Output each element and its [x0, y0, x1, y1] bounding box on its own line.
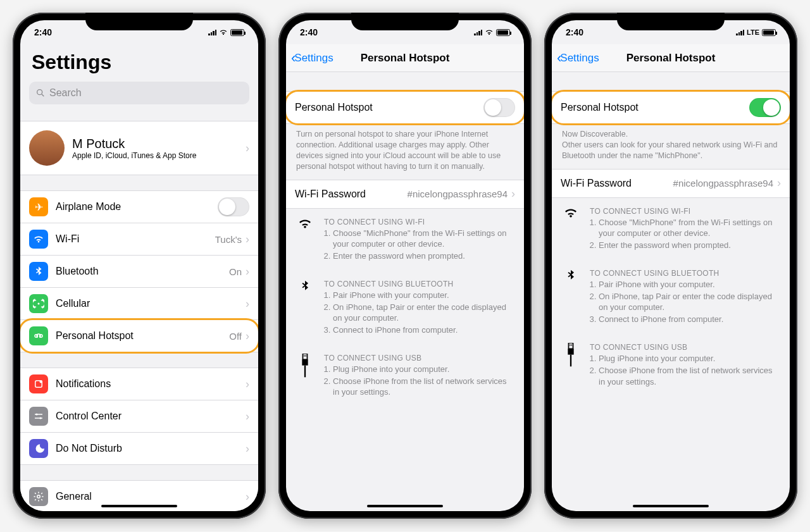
wifi-icon [562, 207, 580, 252]
wifi-password-row[interactable]: Wi-Fi Password #nicelongpassphrase94 › [552, 170, 790, 197]
phone-frame-1: 2:40 Settings Search M Potuck Apple ID, … [13, 13, 266, 519]
screen-hotspot-on: 2:40 LTE ‹Settings Personal Hotspot Pers… [552, 20, 790, 511]
apple-id-row[interactable]: M Potuck Apple ID, iCloud, iTunes & App … [20, 121, 258, 175]
home-indicator[interactable] [101, 505, 177, 507]
hotspot-switch[interactable] [749, 98, 781, 117]
svg-rect-15 [302, 360, 308, 366]
back-button[interactable]: ‹Settings [552, 50, 599, 66]
hotspot-toggle-row[interactable]: Personal Hotspot [552, 92, 790, 123]
status-time: 2:40 [566, 27, 583, 37]
search-icon [35, 88, 46, 98]
lte-label: LTE [747, 28, 759, 36]
phone-frame-2: 2:40 ‹Settings Personal Hotspot Personal… [278, 13, 532, 519]
chevron-right-icon: › [777, 176, 781, 190]
hotspot-hint: Turn on personal hotspot to share your i… [286, 124, 524, 180]
signal-icon [474, 29, 482, 35]
avatar [29, 130, 65, 166]
chevron-right-icon: › [246, 410, 249, 423]
bluetooth-icon [296, 280, 314, 336]
control-center-icon [29, 407, 48, 426]
home-indicator[interactable] [633, 505, 709, 507]
svg-rect-12 [303, 354, 308, 359]
discoverable-hint: Now Discoverable. Other users can look f… [552, 124, 790, 169]
nav-bar: ‹Settings Personal Hotspot [552, 44, 790, 72]
chevron-right-icon: › [246, 378, 249, 391]
status-bar: 2:40 [286, 20, 524, 44]
cellular-row[interactable]: Cellular › [20, 287, 258, 319]
chevron-right-icon: › [246, 142, 249, 155]
airplane-mode-row[interactable]: ✈︎ Airplane Mode [20, 191, 258, 223]
svg-rect-18 [570, 345, 570, 346]
chevron-right-icon: › [246, 265, 249, 278]
screen-settings: 2:40 Settings Search M Potuck Apple ID, … [20, 20, 258, 511]
hotspot-toggle-row[interactable]: Personal Hotspot [286, 92, 524, 123]
airplane-switch[interactable] [218, 197, 249, 216]
hotspot-icon [29, 326, 48, 345]
svg-rect-13 [304, 356, 304, 357]
svg-rect-17 [569, 343, 573, 349]
profile-name: M Potuck [72, 137, 246, 151]
bluetooth-icon [29, 262, 48, 281]
chevron-right-icon: › [246, 330, 249, 343]
status-bar: 2:40 LTE [552, 20, 790, 44]
connect-usb-instructions: TO CONNECT USING USBPlug iPhone into you… [552, 334, 790, 397]
usb-icon [296, 354, 314, 399]
search-input[interactable]: Search [29, 82, 249, 104]
connect-wifi-instructions: TO CONNECT USING WI-FIChoose "MichPhone"… [286, 209, 524, 271]
page-title: Settings [20, 44, 258, 78]
control-center-row[interactable]: Control Center › [20, 400, 258, 432]
wifi-icon [219, 29, 228, 35]
svg-point-0 [37, 90, 42, 95]
cellular-icon [29, 294, 48, 313]
notifications-icon [29, 374, 48, 393]
hotspot-switch[interactable] [483, 98, 515, 117]
svg-point-11 [37, 495, 40, 498]
status-time: 2:40 [34, 27, 52, 37]
connect-wifi-instructions: TO CONNECT USING WI-FIChoose "MichPhone"… [552, 198, 790, 261]
battery-icon [230, 29, 244, 36]
svg-point-2 [38, 303, 40, 305]
dnd-row[interactable]: Do Not Disturb › [20, 432, 258, 464]
status-time: 2:40 [300, 27, 318, 37]
personal-hotspot-row[interactable]: Personal Hotspot Off › [20, 319, 258, 352]
svg-rect-14 [306, 356, 306, 357]
usb-icon [562, 343, 580, 388]
svg-point-6 [40, 380, 43, 383]
wifi-password-row[interactable]: Wi-Fi Password #nicelongpassphrase94 › [286, 180, 524, 208]
screen-hotspot-off: 2:40 ‹Settings Personal Hotspot Personal… [286, 20, 524, 511]
profile-sub: Apple ID, iCloud, iTunes & App Store [72, 151, 246, 160]
chevron-right-icon: › [246, 233, 249, 246]
notifications-row[interactable]: Notifications › [20, 368, 258, 400]
chevron-right-icon: › [246, 442, 249, 455]
wifi-icon [296, 218, 314, 263]
connect-usb-instructions: TO CONNECT USING USBPlug iPhone into you… [286, 345, 524, 407]
phone-frame-3: 2:40 LTE ‹Settings Personal Hotspot Pers… [544, 13, 797, 519]
chevron-right-icon: › [246, 297, 249, 311]
moon-icon [29, 439, 48, 458]
wifi-icon [29, 230, 48, 249]
svg-line-1 [42, 94, 44, 96]
svg-rect-19 [571, 345, 572, 346]
bluetooth-icon [562, 269, 580, 325]
svg-rect-20 [568, 349, 573, 355]
signal-icon [208, 29, 216, 35]
chevron-right-icon: › [511, 187, 515, 201]
battery-icon [496, 29, 510, 36]
bluetooth-row[interactable]: Bluetooth On › [20, 255, 258, 287]
back-button[interactable]: ‹Settings [286, 50, 333, 66]
nav-bar: ‹Settings Personal Hotspot [286, 44, 524, 72]
chevron-right-icon: › [246, 490, 249, 504]
airplane-icon: ✈︎ [29, 197, 48, 216]
home-indicator[interactable] [367, 505, 443, 507]
connect-bluetooth-instructions: TO CONNECT USING BLUETOOTHPair iPhone wi… [552, 260, 790, 334]
signal-icon [736, 29, 744, 35]
battery-icon [762, 29, 776, 36]
gear-icon [29, 487, 48, 506]
connect-bluetooth-instructions: TO CONNECT USING BLUETOOTHPair iPhone wi… [286, 271, 524, 345]
wifi-row[interactable]: Wi-Fi Tuck's › [20, 223, 258, 255]
wifi-icon [485, 29, 494, 35]
status-bar: 2:40 [20, 20, 258, 44]
